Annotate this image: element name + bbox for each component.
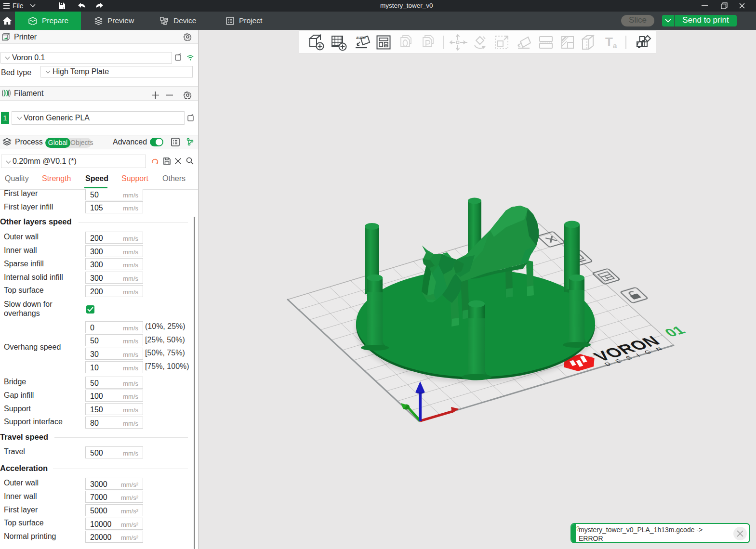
svg-text:T: T xyxy=(605,35,613,49)
svg-text:01: 01 xyxy=(661,324,688,339)
svg-text:a: a xyxy=(613,41,617,50)
svg-text:AUTO: AUTO xyxy=(356,36,366,39)
